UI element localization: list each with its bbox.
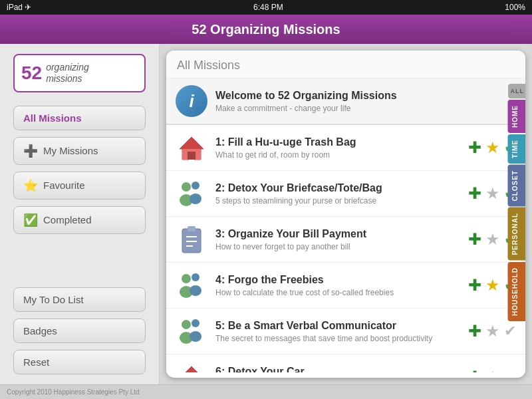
svg-rect-9 (188, 226, 196, 231)
nav-badges[interactable]: Badges (13, 319, 146, 343)
list-item[interactable]: 4: Forgo the Freebies How to calculate t… (166, 263, 525, 309)
svg-point-13 (182, 274, 191, 283)
svg-marker-3 (180, 137, 203, 149)
missions-card: All Missions i Welcome to 52 Organizing … (166, 51, 525, 378)
side-tab-time[interactable]: TIME (508, 134, 526, 164)
star-icon[interactable]: ★ (485, 138, 500, 157)
star-icon[interactable]: ★ (485, 276, 500, 295)
mission-title: 4: Forgo the Freebies (215, 273, 460, 287)
plus-icon[interactable]: ✚ (468, 184, 481, 203)
all-missions-label: All Missions (23, 112, 82, 124)
list-item[interactable]: 2: Detox Your Briefcase/Tote/Bag 5 steps… (166, 171, 525, 217)
plus-icon[interactable]: ✚ (468, 230, 481, 249)
svg-point-7 (190, 194, 201, 204)
content-area: All Missions i Welcome to 52 Organizing … (160, 44, 532, 384)
status-right: 100% (505, 3, 525, 12)
mission-icon (176, 361, 207, 372)
mission-actions: ✚ ★ ✔ (468, 322, 516, 340)
my-to-do-list-label: My To Do List (23, 294, 84, 305)
svg-marker-24 (180, 366, 203, 372)
my-missions-icon: ➕ (23, 144, 38, 158)
side-tab-all[interactable]: ALL (508, 84, 526, 98)
missions-container: 1: Fill a Hu-u-uge Trash Bag What to get… (166, 125, 525, 372)
completed-icon: ✅ (23, 213, 38, 227)
reset-label: Reset (23, 356, 49, 368)
mission-title: 5: Be a Smart Verbal Communicator (215, 319, 460, 333)
completed-label: Completed (43, 214, 92, 225)
info-circle: i (176, 85, 207, 117)
mission-icon (176, 269, 207, 301)
mission-subtitle: How to never forget to pay another bill (215, 242, 460, 251)
mission-subtitle: 5 steps to steamlining your purse or bri… (215, 196, 460, 205)
logo-line1: organizing (46, 62, 89, 73)
device-label: iPad ✈ (7, 3, 31, 12)
list-item[interactable]: 5: Be a Smart Verbal Communicator The se… (166, 309, 525, 354)
logo-text: organizing missions (46, 62, 89, 84)
nav-my-to-do-list[interactable]: My To Do List (13, 287, 146, 312)
mission-info: 3: Organize Your Bill Payment How to nev… (215, 227, 460, 252)
battery-label: 100% (505, 3, 525, 12)
side-tab-home[interactable]: HOME (508, 100, 526, 133)
mission-title: 3: Organize Your Bill Payment (215, 227, 460, 241)
side-tab-household[interactable]: HOUSEHOLD (508, 262, 526, 321)
star-icon[interactable]: ★ (485, 368, 500, 372)
plus-icon[interactable]: ✚ (468, 138, 481, 157)
mission-icon (176, 132, 207, 164)
star-icon[interactable]: ★ (485, 322, 500, 340)
svg-point-16 (190, 285, 201, 296)
side-tab-personal[interactable]: PERSONAL (508, 207, 526, 261)
svg-point-4 (182, 182, 191, 192)
mission-actions: ✚ ★ ✔ (468, 368, 516, 372)
star-icon[interactable]: ★ (485, 184, 500, 203)
side-tab-closet[interactable]: CLOSET (508, 165, 526, 207)
svg-point-20 (190, 331, 201, 342)
mission-icon (176, 223, 207, 255)
list-item[interactable]: 1: Fill a Hu-u-uge Trash Bag What to get… (166, 125, 525, 171)
mission-subtitle: The secret to messages that save time an… (215, 334, 460, 343)
my-missions-label: My Missions (43, 145, 98, 156)
welcome-item[interactable]: i Welcome to 52 Organizing Missions Make… (166, 78, 525, 125)
missions-list: i Welcome to 52 Organizing Missions Make… (166, 78, 525, 372)
plus-icon[interactable]: ✚ (468, 276, 481, 295)
list-item[interactable]: 6: Detox Your Car 5 steps to a tidy, org… (166, 354, 525, 372)
mission-info: 2: Detox Your Briefcase/Tote/Bag 5 steps… (215, 182, 460, 206)
logo-line2: missions (46, 73, 89, 84)
favourite-icon: ⭐ (23, 178, 38, 193)
welcome-icon: i (176, 85, 207, 117)
check-icon[interactable]: ✔ (504, 323, 516, 340)
star-icon[interactable]: ★ (485, 230, 500, 249)
svg-point-6 (192, 182, 200, 190)
mission-subtitle: What to get rid of, room by room (215, 150, 460, 160)
nav-favourite[interactable]: ⭐ Favourite (13, 172, 146, 200)
mission-info: 1: Fill a Hu-u-uge Trash Bag What to get… (215, 136, 460, 160)
logo-52: 52 (21, 64, 42, 82)
mission-info: 6: Detox Your Car 5 steps to a tidy, org… (215, 365, 460, 372)
plus-icon[interactable]: ✚ (468, 368, 481, 372)
nav-my-missions[interactable]: ➕ My Missions (13, 137, 146, 165)
badges-label: Badges (23, 325, 57, 336)
logo-area: 52 organizing missions (13, 54, 146, 92)
status-bar: iPad ✈ 6:48 PM 100% (0, 0, 532, 15)
nav-reset[interactable]: Reset (13, 350, 146, 374)
list-item[interactable]: 3: Organize Your Bill Payment How to nev… (166, 217, 525, 263)
plus-icon[interactable]: ✚ (468, 322, 481, 340)
mission-icon (176, 315, 207, 347)
nav-all-missions[interactable]: All Missions (13, 106, 146, 130)
welcome-title: Welcome to 52 Organizing Missions (215, 89, 516, 103)
mission-subtitle: How to calculate the true cost of so-cal… (215, 288, 460, 297)
svg-point-17 (182, 320, 191, 329)
mission-title: 1: Fill a Hu-u-uge Trash Bag (215, 136, 460, 150)
check-icon[interactable]: ✔ (504, 368, 516, 372)
sidebar: 52 organizing missions All Missions ➕ My… (0, 44, 160, 384)
mission-title: 6: Detox Your Car (215, 365, 460, 372)
side-tabs: ALLHOMETIMECLOSETPERSONALHOUSEHOLD (508, 84, 526, 321)
mission-title: 2: Detox Your Briefcase/Tote/Bag (215, 182, 460, 196)
app-title: 52 Organizing Missions (192, 22, 340, 37)
favourite-label: Favourite (43, 180, 85, 191)
app-header: 52 Organizing Missions (0, 15, 532, 44)
mission-info: 5: Be a Smart Verbal Communicator The se… (215, 319, 460, 344)
nav-completed[interactable]: ✅ Completed (13, 206, 146, 234)
mission-info: 4: Forgo the Freebies How to calculate t… (215, 273, 460, 298)
card-header: All Missions (166, 51, 525, 78)
svg-point-15 (192, 273, 200, 281)
